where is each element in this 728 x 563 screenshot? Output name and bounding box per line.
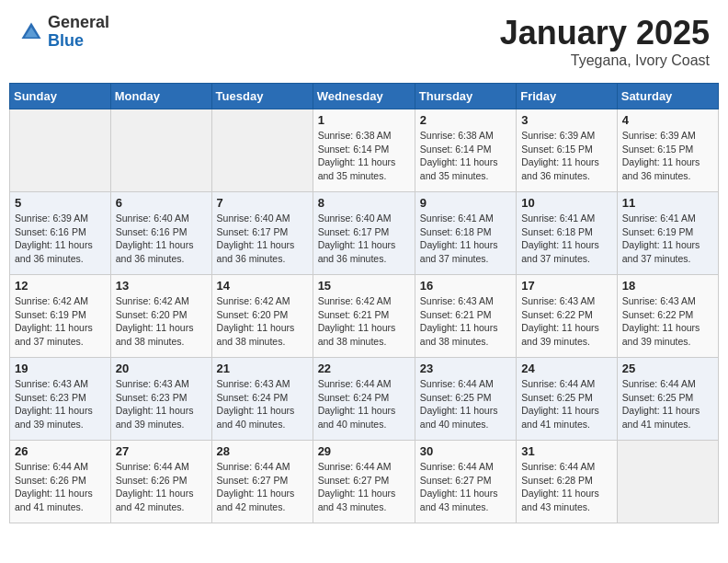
day-info: Sunrise: 6:44 AM Sunset: 6:26 PM Dayligh…: [116, 460, 207, 514]
day-info: Sunrise: 6:43 AM Sunset: 6:23 PM Dayligh…: [15, 377, 106, 431]
day-info: Sunrise: 6:44 AM Sunset: 6:26 PM Dayligh…: [15, 460, 106, 514]
logo-blue: Blue: [48, 32, 109, 51]
day-info: Sunrise: 6:44 AM Sunset: 6:27 PM Dayligh…: [217, 460, 308, 514]
day-number: 15: [318, 279, 410, 293]
day-info: Sunrise: 6:42 AM Sunset: 6:20 PM Dayligh…: [217, 294, 308, 349]
calendar-cell: 1Sunrise: 6:38 AM Sunset: 6:14 PM Daylig…: [313, 109, 415, 192]
calendar-cell: 9Sunrise: 6:41 AM Sunset: 6:18 PM Daylig…: [415, 192, 516, 275]
day-info: Sunrise: 6:42 AM Sunset: 6:20 PM Dayligh…: [116, 294, 207, 349]
day-header-saturday: Saturday: [617, 84, 718, 109]
logo-icon: [18, 19, 44, 45]
calendar-cell: 4Sunrise: 6:39 AM Sunset: 6:15 PM Daylig…: [617, 109, 718, 192]
day-number: 21: [217, 362, 308, 375]
calendar-cell: 8Sunrise: 6:40 AM Sunset: 6:17 PM Daylig…: [313, 192, 415, 275]
logo: General Blue: [18, 14, 109, 51]
calendar-cell: 2Sunrise: 6:38 AM Sunset: 6:14 PM Daylig…: [415, 109, 516, 192]
day-number: 12: [15, 279, 106, 293]
day-number: 3: [521, 113, 612, 127]
day-info: Sunrise: 6:43 AM Sunset: 6:21 PM Dayligh…: [420, 294, 511, 349]
day-header-friday: Friday: [517, 84, 618, 109]
day-number: 6: [116, 196, 207, 210]
day-number: 13: [116, 279, 207, 293]
day-number: 9: [420, 196, 511, 210]
day-number: 2: [420, 113, 511, 127]
calendar-cell: 27Sunrise: 6:44 AM Sunset: 6:26 PM Dayli…: [110, 441, 211, 523]
calendar-cell: 17Sunrise: 6:43 AM Sunset: 6:22 PM Dayli…: [517, 275, 618, 358]
page-header: General Blue January 2025 Tyegana, Ivory…: [9, 9, 719, 74]
day-header-monday: Monday: [110, 84, 211, 109]
calendar-header-row: SundayMondayTuesdayWednesdayThursdayFrid…: [10, 84, 719, 109]
calendar-week-row: 19Sunrise: 6:43 AM Sunset: 6:23 PM Dayli…: [10, 358, 719, 441]
day-number: 14: [217, 279, 308, 293]
day-number: 20: [116, 362, 207, 375]
calendar-week-row: 1Sunrise: 6:38 AM Sunset: 6:14 PM Daylig…: [10, 109, 719, 192]
day-header-tuesday: Tuesday: [211, 84, 313, 109]
day-number: 26: [15, 444, 106, 458]
day-info: Sunrise: 6:38 AM Sunset: 6:14 PM Dayligh…: [318, 129, 410, 183]
day-info: Sunrise: 6:41 AM Sunset: 6:18 PM Dayligh…: [521, 212, 612, 266]
calendar-cell: 10Sunrise: 6:41 AM Sunset: 6:18 PM Dayli…: [517, 192, 618, 275]
day-info: Sunrise: 6:39 AM Sunset: 6:15 PM Dayligh…: [521, 129, 612, 183]
day-number: 24: [521, 362, 612, 375]
calendar-cell: [110, 109, 211, 192]
day-number: 17: [521, 279, 612, 293]
day-info: Sunrise: 6:42 AM Sunset: 6:21 PM Dayligh…: [318, 294, 410, 349]
day-number: 19: [15, 362, 106, 375]
calendar-week-row: 26Sunrise: 6:44 AM Sunset: 6:26 PM Dayli…: [10, 441, 719, 523]
calendar-week-row: 12Sunrise: 6:42 AM Sunset: 6:19 PM Dayli…: [10, 275, 719, 358]
day-number: 31: [521, 444, 612, 458]
calendar-cell: 26Sunrise: 6:44 AM Sunset: 6:26 PM Dayli…: [10, 441, 111, 523]
calendar-cell: 13Sunrise: 6:42 AM Sunset: 6:20 PM Dayli…: [110, 275, 211, 358]
day-number: 18: [622, 279, 713, 293]
title-block: January 2025 Tyegana, Ivory Coast: [500, 14, 710, 69]
day-info: Sunrise: 6:40 AM Sunset: 6:17 PM Dayligh…: [217, 212, 308, 266]
calendar-cell: 20Sunrise: 6:43 AM Sunset: 6:23 PM Dayli…: [110, 358, 211, 441]
day-info: Sunrise: 6:44 AM Sunset: 6:25 PM Dayligh…: [420, 377, 511, 431]
calendar-cell: 24Sunrise: 6:44 AM Sunset: 6:25 PM Dayli…: [517, 358, 618, 441]
day-info: Sunrise: 6:39 AM Sunset: 6:16 PM Dayligh…: [15, 212, 106, 266]
day-header-wednesday: Wednesday: [313, 84, 415, 109]
calendar-cell: 28Sunrise: 6:44 AM Sunset: 6:27 PM Dayli…: [211, 441, 313, 523]
day-number: 5: [15, 196, 106, 210]
calendar-cell: 15Sunrise: 6:42 AM Sunset: 6:21 PM Dayli…: [313, 275, 415, 358]
calendar-cell: 14Sunrise: 6:42 AM Sunset: 6:20 PM Dayli…: [211, 275, 313, 358]
calendar-cell: 23Sunrise: 6:44 AM Sunset: 6:25 PM Dayli…: [415, 358, 516, 441]
day-info: Sunrise: 6:41 AM Sunset: 6:18 PM Dayligh…: [420, 212, 511, 266]
calendar-cell: 22Sunrise: 6:44 AM Sunset: 6:24 PM Dayli…: [313, 358, 415, 441]
calendar-cell: 29Sunrise: 6:44 AM Sunset: 6:27 PM Dayli…: [313, 441, 415, 523]
day-info: Sunrise: 6:41 AM Sunset: 6:19 PM Dayligh…: [622, 212, 713, 266]
calendar-cell: 5Sunrise: 6:39 AM Sunset: 6:16 PM Daylig…: [10, 192, 111, 275]
calendar-table: SundayMondayTuesdayWednesdayThursdayFrid…: [9, 83, 719, 523]
day-number: 22: [318, 362, 410, 375]
day-number: 4: [622, 113, 713, 127]
day-info: Sunrise: 6:44 AM Sunset: 6:27 PM Dayligh…: [420, 460, 511, 514]
logo-general: General: [48, 14, 109, 32]
calendar-cell: 18Sunrise: 6:43 AM Sunset: 6:22 PM Dayli…: [617, 275, 718, 358]
day-number: 27: [116, 444, 207, 458]
calendar-cell: [211, 109, 313, 192]
day-info: Sunrise: 6:40 AM Sunset: 6:16 PM Dayligh…: [116, 212, 207, 266]
calendar-cell: 12Sunrise: 6:42 AM Sunset: 6:19 PM Dayli…: [10, 275, 111, 358]
calendar-cell: [617, 441, 718, 523]
day-number: 25: [622, 362, 713, 375]
day-info: Sunrise: 6:43 AM Sunset: 6:22 PM Dayligh…: [622, 294, 713, 349]
day-info: Sunrise: 6:44 AM Sunset: 6:28 PM Dayligh…: [521, 460, 612, 514]
day-info: Sunrise: 6:44 AM Sunset: 6:25 PM Dayligh…: [622, 377, 713, 431]
day-header-thursday: Thursday: [415, 84, 516, 109]
logo-text: General Blue: [48, 14, 109, 51]
day-number: 7: [217, 196, 308, 210]
calendar-cell: 11Sunrise: 6:41 AM Sunset: 6:19 PM Dayli…: [617, 192, 718, 275]
calendar-cell: 30Sunrise: 6:44 AM Sunset: 6:27 PM Dayli…: [415, 441, 516, 523]
day-info: Sunrise: 6:44 AM Sunset: 6:24 PM Dayligh…: [318, 377, 410, 431]
day-info: Sunrise: 6:38 AM Sunset: 6:14 PM Dayligh…: [420, 129, 511, 183]
calendar-week-row: 5Sunrise: 6:39 AM Sunset: 6:16 PM Daylig…: [10, 192, 719, 275]
day-info: Sunrise: 6:39 AM Sunset: 6:15 PM Dayligh…: [622, 129, 713, 183]
calendar-cell: 25Sunrise: 6:44 AM Sunset: 6:25 PM Dayli…: [617, 358, 718, 441]
day-number: 28: [217, 444, 308, 458]
day-number: 8: [318, 196, 410, 210]
day-info: Sunrise: 6:43 AM Sunset: 6:22 PM Dayligh…: [521, 294, 612, 349]
calendar-cell: 31Sunrise: 6:44 AM Sunset: 6:28 PM Dayli…: [517, 441, 618, 523]
calendar-cell: 19Sunrise: 6:43 AM Sunset: 6:23 PM Dayli…: [10, 358, 111, 441]
day-info: Sunrise: 6:44 AM Sunset: 6:25 PM Dayligh…: [521, 377, 612, 431]
calendar-cell: 3Sunrise: 6:39 AM Sunset: 6:15 PM Daylig…: [517, 109, 618, 192]
